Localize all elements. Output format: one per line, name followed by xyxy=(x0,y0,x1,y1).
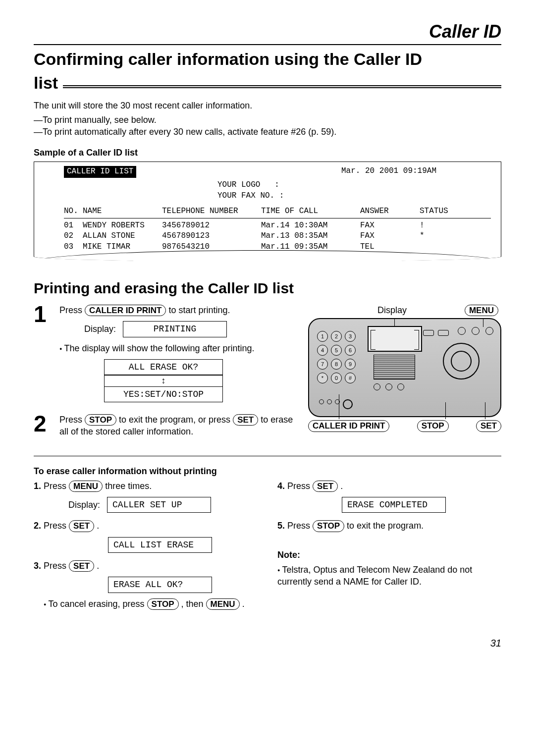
sample-your-logo-label: YOUR LOGO xyxy=(217,180,260,189)
callout-stop-key: STOP xyxy=(417,420,449,432)
s2-post: . xyxy=(97,521,99,531)
cell-ans: FAX xyxy=(360,220,420,231)
cancel-pre: To cancel erasing, press xyxy=(44,599,147,609)
cell-stat: ! xyxy=(420,220,459,231)
keypad-key: 2 xyxy=(331,331,342,342)
step1-post: to start printing. xyxy=(168,305,230,315)
lcd-call-list-erase: CALL LIST ERASE xyxy=(108,537,212,553)
col-status: STATUS xyxy=(420,206,459,217)
col-answer: ANSWER xyxy=(360,206,420,217)
s1-post: three times. xyxy=(105,481,152,491)
device-right-buttons xyxy=(458,327,493,335)
s1-pre: Press xyxy=(44,481,69,491)
s4-pre: Press xyxy=(287,481,313,491)
cell-stat: * xyxy=(420,231,459,242)
erase-step-2: 2. Press SET . CALL LIST ERASE xyxy=(34,520,258,553)
lcd-all-erase-ok: ALL ERASE OK? xyxy=(104,359,223,375)
cell-no: 02 xyxy=(64,231,83,242)
keypad-key: # xyxy=(345,373,356,383)
step-2: 2 Press STOP to exit the program, or pre… xyxy=(34,414,298,438)
step-num: 3. xyxy=(34,561,41,571)
keypad-key: 3 xyxy=(345,331,356,342)
step-num: 4. xyxy=(277,481,285,491)
keypad-key: 9 xyxy=(345,359,356,370)
cell-name: WENDY ROBERTS xyxy=(83,220,162,231)
device-illustration: Display MENU 1 2 3 4 5 6 7 8 9 * 0 xyxy=(308,304,501,432)
cell-ans: TEL xyxy=(360,242,420,253)
device-small-buttons xyxy=(319,399,353,409)
key-caller-id-print: CALLER ID PRINT xyxy=(85,305,166,316)
step-num: 2. xyxy=(34,521,41,531)
sample-printout: CALLER ID LIST Mar. 20 2001 09:19AM YOUR… xyxy=(34,162,501,261)
key-stop: STOP xyxy=(147,598,179,610)
device-jog-dial xyxy=(443,343,480,379)
cell-time: Mar.14 10:30AM xyxy=(261,220,360,231)
page-number: 31 xyxy=(34,637,501,650)
leader-line xyxy=(485,402,485,419)
cell-tel: 9876543210 xyxy=(162,242,261,253)
s5-post: to exit the program. xyxy=(347,521,424,531)
section1-title-word: list xyxy=(34,72,58,95)
callout-menu-key: MENU xyxy=(465,305,498,316)
cell-time: Mar.11 09:35AM xyxy=(261,242,360,253)
key-set: SET xyxy=(69,520,94,532)
table-row: 03 MIKE TIMAR 9876543210 Mar.11 09:35AM … xyxy=(64,242,491,253)
step-number-2: 2 xyxy=(34,414,54,438)
device-mid-buttons xyxy=(374,383,404,390)
cell-tel: 4567890123 xyxy=(162,231,261,242)
erase-heading: To erase caller information without prin… xyxy=(34,465,501,477)
erase-step-3: 3. Press SET . ERASE ALL OK? To cancel e… xyxy=(34,560,258,610)
step2-t2: to exit the program, or press xyxy=(119,415,233,425)
leader-line xyxy=(445,402,446,419)
step1-pre: Press xyxy=(59,305,85,315)
keypad-key: 8 xyxy=(331,359,342,370)
sample-banner: CALLER ID LIST xyxy=(64,166,136,178)
cell-no: 01 xyxy=(64,220,83,231)
keypad-key: 4 xyxy=(317,345,328,356)
device-screen xyxy=(368,326,422,352)
lcd-erase-completed: ERASE COMPLETED xyxy=(342,497,446,513)
callout-caller-id-print-key: CALLER ID PRINT xyxy=(308,420,389,432)
lcd-printing: PRINTING xyxy=(123,321,227,337)
display-label: Display: xyxy=(68,499,100,511)
col-tel: TELEPHONE NUMBER xyxy=(162,206,261,217)
sample-colon-1: : xyxy=(274,180,279,189)
keypad-key: 6 xyxy=(345,345,356,356)
step-1: 1 Press CALLER ID PRINT to start printin… xyxy=(34,304,298,407)
divider xyxy=(34,456,501,456)
callout-display: Display xyxy=(377,304,407,316)
key-stop: STOP xyxy=(313,520,344,532)
cell-name: MIKE TIMAR xyxy=(83,242,162,253)
cell-ans: FAX xyxy=(360,231,420,242)
device-top-buttons xyxy=(423,330,449,336)
key-stop: STOP xyxy=(85,414,116,426)
step1-after-text: The display will show the following afte… xyxy=(59,342,298,354)
callout-set-key: SET xyxy=(476,420,501,432)
key-set: SET xyxy=(313,481,338,492)
table-row: 02 ALLAN STONE 4567890123 Mar.13 08:35AM… xyxy=(64,231,491,242)
section-double-rule xyxy=(63,85,501,88)
erase-step-1: 1. Press MENU three times. Display: CALL… xyxy=(34,480,258,513)
cell-name: ALLAN STONE xyxy=(83,231,162,242)
lcd-caller-set-up: CALLER SET UP xyxy=(107,497,211,513)
lcd-yes-set-no-stop: YES:SET/NO:STOP xyxy=(104,386,223,402)
sample-colon-2: : xyxy=(279,191,284,200)
keypad-key: 0 xyxy=(331,373,342,383)
keypad-key: 1 xyxy=(317,331,328,342)
lcd-erase-all-ok: ERASE ALL OK? xyxy=(108,577,212,593)
s5-pre: Press xyxy=(287,521,313,531)
sample-timestamp: Mar. 20 2001 09:19AM xyxy=(341,166,436,177)
step-number-1: 1 xyxy=(34,304,54,407)
key-menu: MENU xyxy=(206,598,240,610)
lcd-updown-icon: ↕ xyxy=(104,375,223,387)
sample-header-row: NO. NAME TELEPHONE NUMBER TIME OF CALL A… xyxy=(64,206,491,218)
keypad-key: 7 xyxy=(317,359,328,370)
s3-post: . xyxy=(97,561,99,571)
s4-post: . xyxy=(340,481,343,491)
sample-your-fax-label: YOUR FAX NO. xyxy=(217,191,274,200)
keypad-key: 5 xyxy=(331,345,342,356)
note-heading: Note: xyxy=(277,549,501,561)
col-time: TIME OF CALL xyxy=(261,206,360,217)
step-num: 5. xyxy=(277,521,285,531)
s2-pre: Press xyxy=(44,521,69,531)
